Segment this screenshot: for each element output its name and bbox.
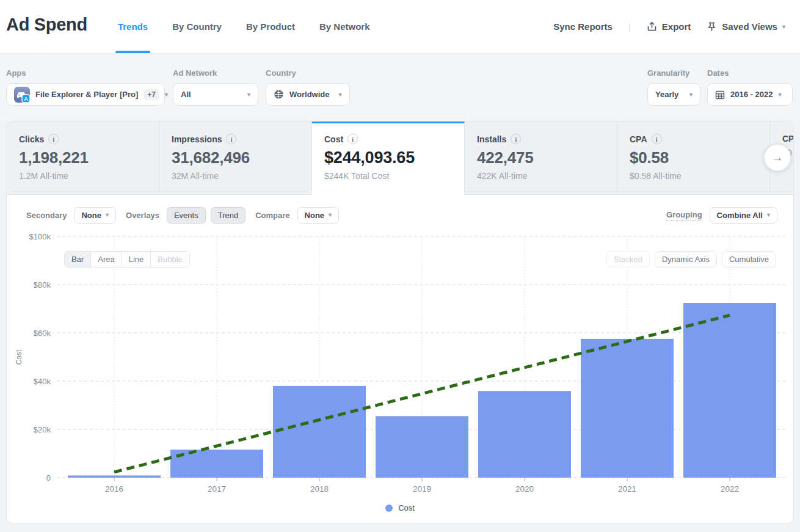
chevron-down-icon: ▾	[778, 92, 781, 98]
country-dropdown[interactable]: Worldwide ▾	[266, 83, 350, 106]
x-axis-tick-label: 2016	[105, 484, 123, 494]
export-icon	[647, 21, 657, 32]
saved-views-button[interactable]: Saved Views ▾	[707, 21, 785, 32]
chart-type-area-button[interactable]: Area	[91, 252, 122, 267]
info-icon[interactable]: i	[226, 134, 236, 144]
grouping-dropdown[interactable]: Combine All ▾	[710, 207, 777, 224]
sync-reports-button[interactable]: Sync Reports	[553, 21, 613, 32]
trends-panel: Clicksi 1,198,221 1.2M All-time Impressi…	[6, 121, 794, 523]
x-axis-tick-label: 2017	[208, 484, 226, 494]
card-subtitle: 422K All-time	[477, 171, 617, 181]
card-subtitle: $244K Total Cost	[324, 171, 464, 181]
country-label: Country	[266, 68, 350, 78]
y-axis-title: Cost	[15, 349, 23, 365]
y-axis-tick-label: $100k	[29, 232, 51, 241]
app-header: Ad Spend Trends By Country By Product By…	[0, 0, 800, 54]
bar-2022[interactable]	[683, 303, 776, 478]
card-subtitle: 1.2M All-time	[19, 171, 159, 181]
card-value: $244,093.65	[324, 148, 464, 167]
chart-type-bubble-button: Bubble	[151, 252, 189, 267]
y-axis-tick-label: 0	[46, 473, 51, 483]
filter-granularity: Granularity Yearly ▾	[647, 68, 700, 106]
chart-type-bar-button[interactable]: Bar	[65, 252, 91, 267]
y-axis-tick-label: $80k	[34, 280, 51, 290]
svg-text:A: A	[24, 96, 28, 102]
chevron-down-icon: ▾	[329, 212, 332, 218]
bar-2018[interactable]	[273, 386, 366, 478]
filter-ad-network: Ad Network All ▾	[173, 68, 258, 106]
legend-cost-label: Cost	[398, 503, 415, 512]
granularity-label: Granularity	[647, 68, 700, 78]
country-value: Worldwide	[289, 90, 329, 99]
card-label: Cost	[324, 134, 343, 144]
export-button[interactable]: Export	[647, 21, 691, 32]
grouping-label: Grouping	[666, 210, 702, 220]
overlay-events-button[interactable]: Events	[167, 207, 206, 224]
metric-card-cost[interactable]: Costi $244,093.65 $244K Total Cost	[312, 122, 465, 195]
header-actions: Sync Reports | Export Saved Views ▾	[553, 0, 785, 53]
chart-legend[interactable]: Cost	[7, 503, 793, 512]
bar-2019[interactable]	[376, 416, 468, 478]
stacked-button: Stacked	[606, 251, 650, 268]
card-subtitle: 32M All-time	[172, 171, 311, 181]
secondary-dropdown[interactable]: None ▾	[74, 207, 116, 224]
x-axis-tick-label: 2021	[618, 484, 636, 494]
apps-label: Apps	[6, 68, 165, 78]
card-value: 1,198,221	[19, 148, 159, 167]
compare-dropdown[interactable]: None ▾	[297, 207, 340, 224]
ad-network-label: Ad Network	[173, 68, 258, 78]
chart-area: $100k$80k$60k$40k$20k0Cost20162017201820…	[7, 225, 794, 519]
bar-2021[interactable]	[581, 339, 674, 478]
dates-value: 2016 - 2022	[730, 90, 773, 99]
axis-option-buttons: Stacked Dynamic Axis Cumulative	[606, 251, 776, 268]
chart-type-line-button[interactable]: Line	[122, 252, 151, 267]
bar-2016[interactable]	[68, 475, 161, 478]
dates-dropdown[interactable]: 2016 - 2022 ▾	[707, 83, 793, 106]
bar-2020[interactable]	[478, 391, 571, 478]
legend-cost-dot	[385, 505, 393, 512]
app-icon: A	[14, 87, 30, 103]
info-icon[interactable]: i	[511, 134, 521, 144]
metric-card-cpa[interactable]: CPAi $0.58 $0.58 All-time	[617, 122, 770, 195]
metric-card-impressions[interactable]: Impressionsi 31,682,496 32M All-time	[159, 122, 312, 195]
y-axis-tick-label: $60k	[34, 329, 51, 338]
cumulative-button[interactable]: Cumulative	[722, 251, 776, 268]
filter-dates: Dates 2016 - 2022 ▾	[707, 68, 793, 106]
overlays-label: Overlays	[126, 211, 159, 220]
dates-label: Dates	[707, 68, 793, 78]
apps-value: File Explorer & Player [Pro]	[35, 90, 138, 99]
y-axis-tick-label: $20k	[34, 425, 51, 434]
apps-more-badge: +7	[144, 89, 159, 100]
info-icon[interactable]: i	[652, 134, 662, 144]
tab-by-network[interactable]: By Network	[307, 0, 382, 53]
bar-2017[interactable]	[170, 450, 263, 478]
tab-by-product[interactable]: By Product	[234, 0, 307, 53]
globe-icon	[274, 89, 284, 100]
card-value: 422,475	[477, 148, 617, 167]
header-divider: |	[628, 21, 631, 32]
granularity-dropdown[interactable]: Yearly ▾	[647, 83, 700, 106]
tab-trends[interactable]: Trends	[106, 0, 160, 53]
info-icon[interactable]: i	[48, 134, 59, 144]
cards-scroll-right-button[interactable]: →	[764, 144, 791, 171]
metric-card-clicks[interactable]: Clicksi 1,198,221 1.2M All-time	[7, 122, 159, 195]
compare-label: Compare	[255, 211, 289, 220]
y-axis-tick-label: $40k	[34, 377, 51, 386]
overlay-trend-button[interactable]: Trend	[211, 207, 245, 224]
chevron-down-icon: ▾	[165, 92, 168, 98]
x-axis-tick-label: 2018	[310, 484, 329, 494]
card-subtitle: $0.58 All-time	[630, 171, 769, 181]
card-label: Impressions	[172, 134, 222, 144]
info-icon[interactable]: i	[347, 134, 358, 144]
secondary-label: Secondary	[26, 211, 67, 220]
filter-country: Country Worldwide ▾	[266, 68, 350, 106]
metric-card-installs[interactable]: Installsi 422,475 422K All-time	[465, 122, 617, 195]
ad-network-dropdown[interactable]: All ▾	[173, 83, 258, 106]
chevron-down-icon: ▾	[767, 212, 770, 218]
apps-dropdown[interactable]: A File Explorer & Player [Pro] +7 ▾	[6, 83, 165, 106]
metric-cards: Clicksi 1,198,221 1.2M All-time Impressi…	[7, 122, 793, 195]
dynamic-axis-button[interactable]: Dynamic Axis	[655, 251, 717, 268]
chevron-down-icon: ▾	[782, 24, 785, 30]
tab-by-country[interactable]: By Country	[160, 0, 234, 53]
chevron-down-icon: ▾	[338, 92, 341, 98]
